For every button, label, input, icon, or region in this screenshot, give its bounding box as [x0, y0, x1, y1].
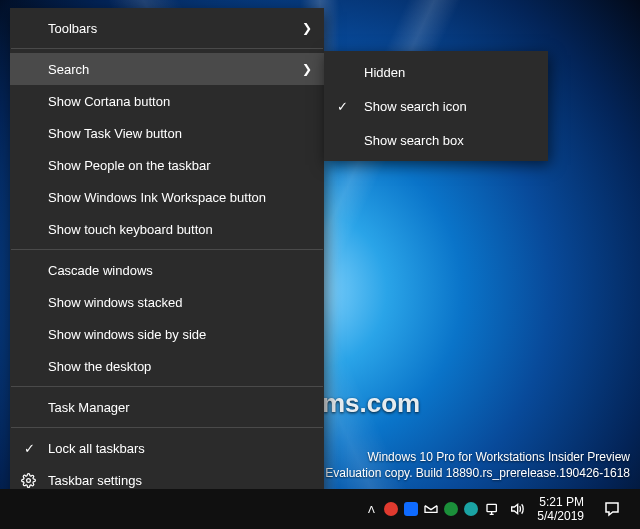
tray-app-icon-2[interactable] — [401, 489, 421, 529]
svg-rect-1 — [487, 504, 496, 511]
submenu-label: Show search box — [364, 133, 464, 148]
menu-label: Search — [48, 62, 89, 77]
menu-label: Lock all taskbars — [48, 441, 145, 456]
menu-cascade-windows[interactable]: Cascade windows — [10, 254, 324, 286]
search-submenu: Hidden ✓ Show search icon Show search bo… — [324, 51, 548, 161]
menu-show-people-on-taskbar[interactable]: Show People on the taskbar — [10, 149, 324, 181]
menu-toolbars[interactable]: Toolbars ❯ — [10, 12, 324, 44]
menu-label: Show Windows Ink Workspace button — [48, 190, 266, 205]
tray-overflow-chevron-icon[interactable]: ᐱ — [361, 489, 381, 529]
action-center-icon[interactable] — [592, 500, 632, 518]
chevron-right-icon: ❯ — [302, 21, 312, 35]
menu-separator — [11, 249, 323, 250]
svg-point-0 — [27, 478, 31, 482]
menu-separator — [11, 427, 323, 428]
menu-search[interactable]: Search ❯ — [10, 53, 324, 85]
menu-show-task-view-button[interactable]: Show Task View button — [10, 117, 324, 149]
menu-show-ink-workspace-button[interactable]: Show Windows Ink Workspace button — [10, 181, 324, 213]
check-icon: ✓ — [337, 99, 348, 114]
menu-task-manager[interactable]: Task Manager — [10, 391, 324, 423]
menu-separator — [11, 386, 323, 387]
menu-label: Taskbar settings — [48, 473, 142, 488]
menu-label: Show the desktop — [48, 359, 151, 374]
edition-line-1: Windows 10 Pro for Workstations Insider … — [325, 449, 630, 465]
menu-label: Show Cortana button — [48, 94, 170, 109]
tray-app-icon-3[interactable] — [421, 489, 441, 529]
tray-app-icon-5[interactable] — [461, 489, 481, 529]
clock-time: 5:21 PM — [539, 495, 584, 509]
tray-app-icon-4[interactable] — [441, 489, 461, 529]
chevron-right-icon: ❯ — [302, 62, 312, 76]
clock-date: 5/4/2019 — [537, 509, 584, 523]
menu-show-cortana-button[interactable]: Show Cortana button — [10, 85, 324, 117]
taskbar: ᐱ 5:21 PM 5/4/2019 — [0, 489, 640, 529]
system-tray: ᐱ 5:21 PM 5/4/2019 — [359, 489, 640, 529]
submenu-hidden[interactable]: Hidden — [324, 55, 548, 89]
submenu-show-search-icon[interactable]: ✓ Show search icon — [324, 89, 548, 123]
taskbar-context-menu: Toolbars ❯ Search ❯ Show Cortana button … — [10, 8, 324, 500]
menu-show-touch-keyboard-button[interactable]: Show touch keyboard button — [10, 213, 324, 245]
menu-label: Toolbars — [48, 21, 97, 36]
menu-show-windows-side-by-side[interactable]: Show windows side by side — [10, 318, 324, 350]
menu-show-windows-stacked[interactable]: Show windows stacked — [10, 286, 324, 318]
volume-icon[interactable] — [505, 489, 529, 529]
taskbar-clock[interactable]: 5:21 PM 5/4/2019 — [529, 495, 592, 523]
menu-separator — [11, 48, 323, 49]
menu-lock-all-taskbars[interactable]: ✓ Lock all taskbars — [10, 432, 324, 464]
menu-show-the-desktop[interactable]: Show the desktop — [10, 350, 324, 382]
menu-label: Show People on the taskbar — [48, 158, 211, 173]
submenu-label: Show search icon — [364, 99, 467, 114]
tray-app-icon-1[interactable] — [381, 489, 401, 529]
menu-label: Show windows side by side — [48, 327, 206, 342]
menu-label: Show touch keyboard button — [48, 222, 213, 237]
network-icon[interactable] — [481, 489, 505, 529]
menu-label: Cascade windows — [48, 263, 153, 278]
check-icon: ✓ — [21, 441, 37, 456]
submenu-label: Hidden — [364, 65, 405, 80]
menu-label: Show windows stacked — [48, 295, 182, 310]
edition-line-2: Evaluation copy. Build 18890.rs_prerelea… — [325, 465, 630, 481]
windows-edition-text: Windows 10 Pro for Workstations Insider … — [325, 449, 630, 481]
submenu-show-search-box[interactable]: Show search box — [324, 123, 548, 157]
menu-label: Show Task View button — [48, 126, 182, 141]
menu-label: Task Manager — [48, 400, 130, 415]
gear-icon — [21, 473, 37, 488]
taskbar-spacer — [0, 489, 359, 529]
